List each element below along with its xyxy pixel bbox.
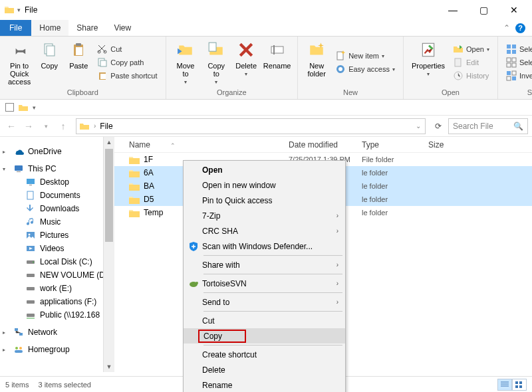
invert-selection-button[interactable]: Invert selection <box>505 70 532 82</box>
details-view-button[interactable] <box>497 379 512 391</box>
paste-shortcut-button[interactable]: Paste shortcut <box>96 70 158 82</box>
move-to-button[interactable]: Move to▾ <box>170 38 201 87</box>
sidebar-item-local-disk-c[interactable]: Local Disk (C:) <box>0 255 103 268</box>
sidebar-item-documents[interactable]: Documents <box>0 189 103 202</box>
sidebar-item-network[interactable]: ▸Network <box>0 326 103 339</box>
ctx-tortoisesvn[interactable]: TortoiseSVN› <box>184 276 345 291</box>
chevron-right-icon: › <box>336 298 338 306</box>
copy-to-button[interactable]: Copy to▾ <box>201 38 231 87</box>
paste-button[interactable]: Paste <box>64 38 93 87</box>
pin-quick-access-button[interactable]: Pin to Quick access <box>4 38 35 87</box>
minimize-button[interactable]: ― <box>438 1 468 19</box>
recent-locations-button[interactable]: ▾ <box>39 119 53 134</box>
column-date[interactable]: Date modified <box>289 140 362 149</box>
copy-path-button[interactable]: Copy path <box>96 56 158 68</box>
copy-button[interactable]: Copy <box>35 38 64 87</box>
ctx-copy[interactable]: Copy <box>184 328 345 343</box>
sidebar-item-homegroup[interactable]: ▸Homegroup <box>0 343 103 356</box>
rename-button[interactable]: Rename <box>261 38 293 87</box>
icons-view-button[interactable] <box>512 379 527 391</box>
file-type: File folder <box>362 155 428 163</box>
svg-rect-47 <box>19 333 23 336</box>
ctx-share-with[interactable]: Share with› <box>184 257 345 272</box>
file-type: le folder <box>362 169 428 177</box>
cut-button[interactable]: Cut <box>96 43 158 55</box>
ctx-cut[interactable]: Cut <box>184 313 345 328</box>
paste-icon <box>68 39 89 60</box>
easy-access-button[interactable]: Easy access ▾ <box>334 63 396 75</box>
svg-rect-46 <box>15 328 18 331</box>
new-folder-button[interactable]: New folder <box>302 38 331 87</box>
ribbon-group-select: Select all Select none Invert selection … <box>498 37 532 99</box>
ctx-defender[interactable]: Scan with Windows Defender... <box>184 239 345 254</box>
sidebar-item-thispc[interactable]: ▾This PC <box>0 162 103 175</box>
scroll-up-icon[interactable]: ▲ <box>104 137 114 147</box>
forward-button[interactable]: → <box>21 119 36 134</box>
ctx-delete[interactable]: Delete <box>184 362 345 377</box>
down-caret-icon[interactable]: ▾ <box>33 104 36 111</box>
down-caret-icon[interactable]: ▾ <box>17 7 21 13</box>
chevron-right-icon[interactable]: › <box>92 122 97 130</box>
videos-icon <box>25 243 36 254</box>
ctx-create-shortcut[interactable]: Create shortcut <box>184 347 345 362</box>
tab-share[interactable]: Share <box>68 20 106 36</box>
address-dropdown-icon[interactable]: ⌄ <box>414 122 422 130</box>
open-icon <box>453 44 464 54</box>
properties-button[interactable]: Properties▾ <box>408 38 449 87</box>
close-button[interactable]: ✕ <box>499 1 529 19</box>
scroll-thumb[interactable] <box>105 149 113 242</box>
address-segment[interactable]: File <box>100 122 112 131</box>
open-item-button[interactable]: Open ▾ <box>452 43 491 55</box>
maximize-button[interactable]: ▢ <box>468 1 499 19</box>
sidebar-item-desktop[interactable]: Desktop <box>0 175 103 189</box>
ctx-crc-sha[interactable]: CRC SHA› <box>184 223 345 239</box>
scroll-down-icon[interactable]: ▼ <box>104 361 114 372</box>
ctx-pin-quick-access[interactable]: Pin to Quick access <box>184 193 345 208</box>
sidebar-item-public-share[interactable]: Public (\\192.168 <box>0 308 103 322</box>
search-input[interactable]: Search File 🔍 <box>448 118 528 134</box>
sidebar-item-pictures[interactable]: Pictures <box>0 229 103 242</box>
tortoise-icon <box>186 278 201 289</box>
address-bar[interactable]: › File ⌄ <box>76 118 426 134</box>
ribbon-group-new: New folder New item ▾ Easy access ▾ New <box>298 37 404 99</box>
new-item-icon <box>335 50 346 61</box>
sidebar-item-new-volume-d[interactable]: NEW VOLUME (D:) <box>0 268 103 282</box>
sidebar-item-videos[interactable]: Videos <box>0 242 103 255</box>
tab-view[interactable]: View <box>106 20 139 36</box>
refresh-button[interactable]: ⟳ <box>431 119 446 134</box>
sidebar-item-onedrive[interactable]: ▸OneDrive <box>0 145 103 158</box>
sidebar-item-work-e[interactable]: work (E:) <box>0 282 103 295</box>
svg-rect-8 <box>100 60 106 66</box>
ctx-open-new-window[interactable]: Open in new window <box>184 177 345 193</box>
up-button[interactable]: ↑ <box>56 119 70 134</box>
select-all-button[interactable]: Select all <box>505 43 532 55</box>
ctx-rename[interactable]: Rename <box>184 377 345 392</box>
tab-file[interactable]: File <box>0 20 31 36</box>
svg-rect-24 <box>507 58 511 62</box>
ctx-7zip[interactable]: 7-Zip› <box>184 208 345 223</box>
column-name[interactable]: Name⌃ <box>129 140 289 149</box>
select-none-button[interactable]: Select none <box>505 56 532 68</box>
new-item-button[interactable]: New item ▾ <box>334 50 396 62</box>
ctx-open[interactable]: Open <box>184 162 345 177</box>
column-size[interactable]: Size <box>428 140 468 149</box>
svg-rect-21 <box>512 45 516 49</box>
file-name: Temp <box>144 208 163 217</box>
select-all-checkbox[interactable] <box>5 103 14 112</box>
folder-icon <box>129 169 140 177</box>
sidebar-scrollbar[interactable]: ▲ ▼ <box>103 137 114 372</box>
delete-button[interactable]: Delete▾ <box>231 38 261 87</box>
tab-home[interactable]: Home <box>31 20 68 36</box>
ctx-send-to[interactable]: Send to› <box>184 294 345 310</box>
svg-rect-35 <box>29 185 32 185</box>
collapse-ribbon-icon[interactable]: ⌃ <box>503 23 510 33</box>
svg-rect-1 <box>47 46 55 56</box>
network-drive-icon <box>25 310 36 320</box>
svg-rect-10 <box>100 74 106 79</box>
sidebar-item-applications-f[interactable]: applications (F:) <box>0 295 103 308</box>
sidebar-item-downloads[interactable]: Downloads <box>0 202 103 215</box>
sidebar-item-music[interactable]: Music <box>0 215 103 229</box>
back-button[interactable]: ← <box>4 119 19 134</box>
column-type[interactable]: Type <box>362 140 428 149</box>
help-icon[interactable]: ? <box>515 23 525 33</box>
